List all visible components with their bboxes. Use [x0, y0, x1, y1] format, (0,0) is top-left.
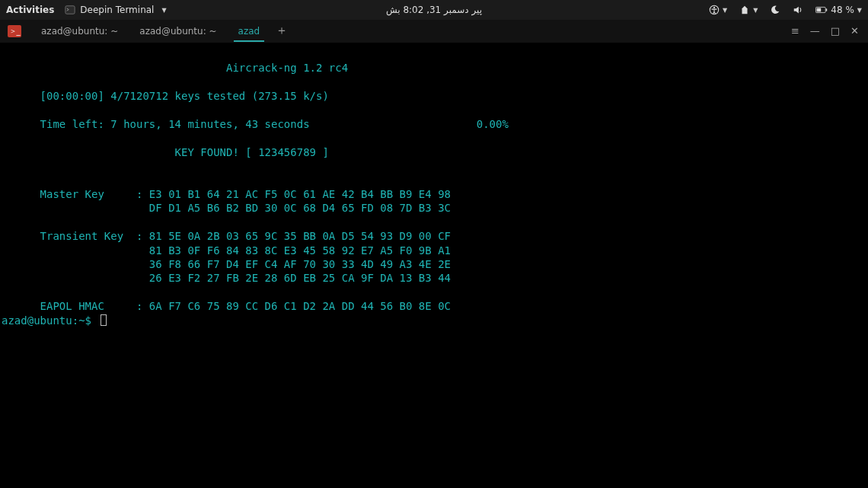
terminal-line: 81 B3 0F F6 84 83 8C E3 45 58 92 E7 A5 F…	[2, 244, 868, 257]
gnome-top-bar: Activities Deepin Terminal ▼ پیر دسمبر 3…	[0, 0, 868, 20]
tab-label: azad	[238, 26, 260, 37]
close-button[interactable]: ✕	[850, 26, 859, 36]
svg-rect-4	[826, 8, 828, 11]
tab-label: azad@ubuntu: ~	[41, 26, 118, 37]
maximize-button[interactable]: □	[831, 26, 840, 36]
terminal-line: DF D1 A5 B6 B2 BD 30 0C 68 D4 65 FD 08 7…	[2, 201, 868, 215]
svg-rect-0	[65, 6, 75, 14]
terminal-line: Master Key : E3 01 B1 64 21 AC F5 0C 61 …	[2, 187, 868, 201]
launcher-icon[interactable]: ＞_	[5, 20, 24, 42]
terminal-content[interactable]: Aircrack-ng 1.2 rc4 [00:00:00] 4/7120712…	[0, 43, 868, 488]
volume-icon[interactable]	[793, 5, 803, 15]
tab-1[interactable]: azad@ubuntu: ~	[129, 20, 227, 42]
window-controls: ≡ — □ ✕	[791, 20, 863, 42]
new-tab-button[interactable]: ＋	[270, 20, 293, 42]
svg-rect-5	[817, 8, 822, 12]
tab-bar: ＞_ azad@ubuntu: ~azad@ubuntu: ~azad ＋ ≡ …	[0, 20, 868, 43]
system-tray: ▼ ▼ 48 % ▼	[709, 5, 862, 15]
chevron-down-icon: ▼	[161, 7, 166, 14]
tab-label: azad@ubuntu: ~	[139, 26, 216, 37]
terminal-app-icon	[65, 5, 75, 15]
user-icon[interactable]: ▼	[739, 5, 758, 15]
chevron-down-icon: ▼	[857, 7, 862, 14]
battery-status[interactable]: 48 % ▼	[815, 5, 862, 15]
terminal-line: Transient Key : 81 5E 0A 2B 03 65 9C 35 …	[2, 229, 868, 243]
menu-button[interactable]: ≡	[791, 26, 799, 36]
tab-2[interactable]: azad	[228, 20, 271, 42]
terminal-line	[2, 47, 868, 61]
tab-0[interactable]: azad@ubuntu: ~	[30, 20, 129, 42]
moon-icon[interactable]	[770, 5, 780, 15]
terminal-line	[2, 104, 868, 117]
svg-point-2	[713, 7, 715, 8]
terminal-line	[2, 159, 868, 173]
terminal-line	[2, 75, 868, 89]
battery-percent: 48 %	[831, 5, 854, 15]
chevron-down-icon: ▼	[723, 7, 727, 14]
terminal-line	[2, 131, 868, 145]
terminal-line: [00:00:00] 4/7120712 keys tested (273.15…	[2, 89, 868, 103]
terminal-line: Aircrack-ng 1.2 rc4	[2, 61, 868, 75]
terminal-line: 26 E3 F2 27 FB 2E 28 6D EB 25 CA 9F DA 1…	[2, 271, 868, 285]
tabs: azad@ubuntu: ~azad@ubuntu: ~azad	[30, 20, 270, 42]
app-menu-label: Deepin Terminal	[80, 5, 154, 15]
app-menu[interactable]: Deepin Terminal ▼	[65, 5, 166, 15]
clock-text[interactable]: پیر دسمبر 31, 8:02 بش	[386, 5, 482, 15]
terminal-line: EAPOL HMAC : 6A F7 C6 75 89 CC D6 C1 D2 …	[2, 299, 868, 313]
chevron-down-icon: ▼	[753, 7, 758, 14]
terminal-line	[2, 285, 868, 299]
accessibility-icon[interactable]: ▼	[709, 5, 727, 15]
cursor	[101, 314, 107, 326]
minimize-button[interactable]: —	[810, 26, 820, 36]
prompt-text: azad@ubuntu:~$	[2, 314, 97, 327]
terminal-line: Time left: 7 hours, 14 minutes, 43 secon…	[2, 117, 868, 131]
terminal-prompt-line[interactable]: azad@ubuntu:~$	[2, 314, 868, 327]
terminal-line	[2, 215, 868, 229]
terminal-window: ＞_ azad@ubuntu: ~azad@ubuntu: ~azad ＋ ≡ …	[0, 20, 868, 488]
terminal-line: KEY FOUND! [ 123456789 ]	[2, 145, 868, 159]
activities-button[interactable]: Activities	[6, 5, 54, 15]
terminal-line: 36 F8 66 F7 D4 EF C4 AF 70 30 33 4D 49 A…	[2, 257, 868, 271]
terminal-line	[2, 174, 868, 187]
